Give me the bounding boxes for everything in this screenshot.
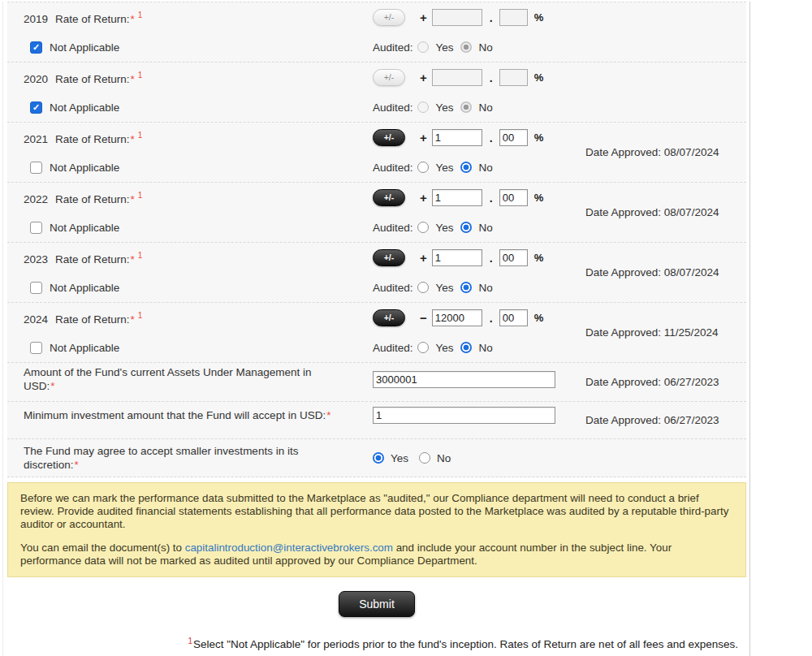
aum-label: Amount of the Fund's current Assets Unde… bbox=[24, 365, 326, 393]
not-applicable-checkbox[interactable] bbox=[30, 101, 42, 114]
submit-row: Submit bbox=[7, 577, 746, 617]
audited-yes-radio[interactable] bbox=[417, 162, 429, 173]
audited-yes-label: Yes bbox=[436, 222, 454, 234]
percent-sign: % bbox=[534, 192, 544, 204]
discretion-no-label: No bbox=[437, 452, 451, 464]
notice-paragraph-2: You can email the document(s) to capital… bbox=[20, 542, 733, 568]
rate-of-return-row: 2020Rate of Return:*1 +/- + . % Not Appl… bbox=[7, 63, 746, 123]
footnote-ref-mark: 1 bbox=[138, 11, 143, 19]
rate-entry: +/- + . % bbox=[373, 129, 585, 146]
date-approved-label: Date Approved: bbox=[585, 206, 661, 218]
audited-label: Audited: bbox=[373, 342, 413, 354]
notice-p2-before: You can email the document(s) to bbox=[20, 542, 185, 554]
audited-yes-radio bbox=[417, 41, 429, 53]
discretion-yes-label: Yes bbox=[391, 452, 408, 464]
plus-minus-button[interactable]: +/- bbox=[373, 309, 405, 326]
min-investment-label-text: Minimum investment amount that the Fund … bbox=[24, 409, 326, 421]
footnote-ref-mark: 1 bbox=[188, 637, 192, 645]
audited-label: Audited: bbox=[373, 162, 413, 174]
not-applicable-checkbox[interactable] bbox=[30, 342, 42, 354]
date-approved: Date Approved: 11/25/2024 bbox=[585, 326, 746, 339]
footnote-ref-mark: 1 bbox=[138, 311, 143, 320]
rate-of-return-row: 2021Rate of Return:*1 +/- + . % Not Appl… bbox=[7, 123, 746, 183]
date-approved-label: Date Approved: bbox=[585, 376, 661, 388]
audited-line: Audited: Yes No bbox=[373, 342, 585, 354]
decimal-point: . bbox=[490, 71, 493, 84]
not-applicable-label: Not Applicable bbox=[50, 101, 119, 114]
audited-yes-radio[interactable] bbox=[417, 282, 429, 293]
not-applicable-checkbox[interactable] bbox=[30, 41, 42, 54]
rate-whole-input[interactable] bbox=[432, 129, 482, 146]
audited-compliance-notice: Before we can mark the performance data … bbox=[7, 482, 746, 577]
aum-input[interactable] bbox=[373, 371, 555, 388]
plus-minus-button[interactable]: +/- bbox=[373, 249, 405, 266]
min-investment-input[interactable] bbox=[373, 407, 555, 424]
year-label: 2019 bbox=[24, 13, 48, 25]
rate-whole-input[interactable] bbox=[432, 189, 482, 206]
audited-label: Audited: bbox=[373, 101, 413, 114]
year-label: 2021 bbox=[24, 133, 48, 145]
audited-yes-label: Yes bbox=[436, 342, 454, 354]
rate-decimal-input[interactable] bbox=[499, 69, 528, 86]
plus-minus-button: +/- bbox=[373, 69, 405, 86]
required-asterisk: * bbox=[326, 409, 330, 421]
required-asterisk: * bbox=[50, 380, 54, 392]
rate-of-return-label: Rate of Return: bbox=[55, 193, 130, 205]
rate-decimal-input[interactable] bbox=[499, 249, 528, 266]
rate-decimal-input[interactable] bbox=[499, 309, 528, 326]
not-applicable-line: Not Applicable bbox=[24, 342, 373, 354]
rate-sign: + bbox=[420, 11, 427, 24]
footnote-text: Select "Not Applicable" for periods prio… bbox=[193, 638, 738, 650]
notice-paragraph-1: Before we can mark the performance data … bbox=[20, 492, 733, 531]
audited-no-radio[interactable] bbox=[460, 282, 472, 293]
audited-yes-label: Yes bbox=[436, 282, 454, 294]
discretion-label-text: The Fund may agree to accept smaller inv… bbox=[24, 445, 298, 471]
audited-no-radio[interactable] bbox=[460, 222, 472, 233]
rate-decimal-input[interactable] bbox=[499, 129, 528, 146]
rate-decimal-input[interactable] bbox=[499, 189, 528, 206]
year-label: 2022 bbox=[24, 193, 48, 205]
rate-entry: +/- − . % bbox=[373, 309, 585, 326]
submit-button[interactable]: Submit bbox=[339, 591, 415, 617]
rate-of-return-row-label: 2019Rate of Return:*1 bbox=[24, 11, 373, 25]
rate-whole-input[interactable] bbox=[432, 309, 482, 326]
percent-sign: % bbox=[534, 312, 544, 324]
rate-of-return-row-label: 2021Rate of Return:*1 bbox=[24, 131, 373, 145]
discretion-yes-radio[interactable] bbox=[373, 452, 384, 464]
compliance-email-link[interactable]: capitalintroduction@interactivebrokers.c… bbox=[185, 542, 393, 554]
audited-no-radio[interactable] bbox=[460, 162, 472, 173]
audited-no-label: No bbox=[479, 101, 493, 114]
date-approved-value: 08/07/2024 bbox=[664, 146, 719, 158]
rate-sign: + bbox=[420, 131, 427, 145]
discretion-no-radio[interactable] bbox=[419, 452, 430, 464]
discretion-options: Yes No bbox=[373, 452, 585, 464]
plus-minus-button[interactable]: +/- bbox=[373, 129, 405, 146]
decimal-point: . bbox=[490, 132, 493, 145]
year-label: 2024 bbox=[24, 313, 48, 326]
audited-yes-radio[interactable] bbox=[417, 342, 429, 353]
not-applicable-line: Not Applicable bbox=[24, 222, 373, 234]
audited-label: Audited: bbox=[373, 282, 413, 294]
date-approved-label: Date Approved: bbox=[585, 146, 661, 158]
not-applicable-label: Not Applicable bbox=[50, 282, 119, 294]
rate-whole-input[interactable] bbox=[432, 249, 482, 266]
not-applicable-label: Not Applicable bbox=[50, 41, 119, 54]
rate-entry: +/- + . % bbox=[373, 189, 585, 206]
rate-of-return-label: Rate of Return: bbox=[55, 253, 130, 265]
rate-of-return-label: Rate of Return: bbox=[55, 313, 130, 326]
rate-whole-input[interactable] bbox=[432, 69, 482, 86]
year-label: 2020 bbox=[24, 73, 48, 85]
audited-line: Audited: Yes No bbox=[373, 41, 585, 54]
footnote-ref-mark: 1 bbox=[138, 251, 143, 260]
plus-minus-button[interactable]: +/- bbox=[373, 189, 405, 206]
not-applicable-checkbox[interactable] bbox=[30, 282, 42, 294]
rate-sign: + bbox=[420, 71, 427, 84]
date-approved: Date Approved: 08/07/2024 bbox=[585, 206, 746, 218]
not-applicable-checkbox[interactable] bbox=[30, 222, 42, 234]
audited-yes-radio[interactable] bbox=[417, 222, 429, 233]
not-applicable-line: Not Applicable bbox=[24, 41, 373, 54]
rate-whole-input[interactable] bbox=[432, 9, 482, 26]
not-applicable-checkbox[interactable] bbox=[30, 162, 42, 174]
rate-decimal-input[interactable] bbox=[499, 9, 528, 26]
audited-no-radio[interactable] bbox=[460, 342, 472, 353]
